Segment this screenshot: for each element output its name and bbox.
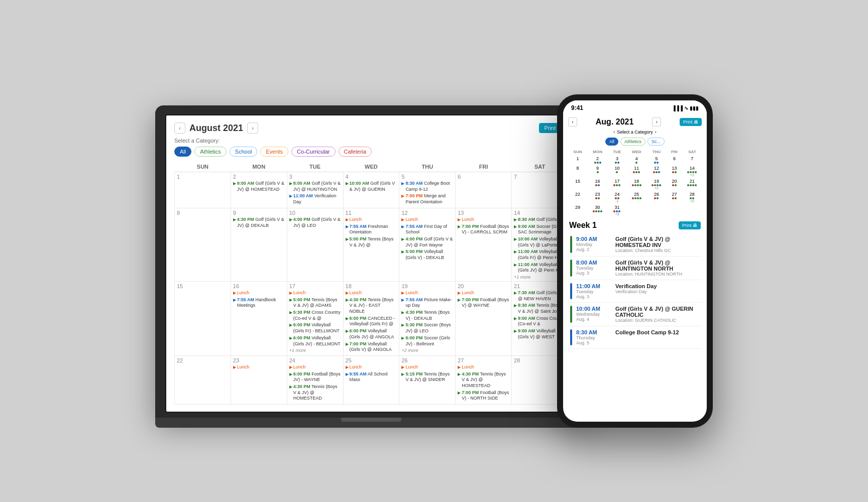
phone-time: 9:41 (571, 104, 583, 111)
mini-day-cell[interactable]: 12 (647, 165, 666, 178)
list-item: ▶6:00 PM Volleyball (Girls Fr) - BELLMON… (289, 322, 341, 334)
week-title: Week 1 (569, 221, 597, 230)
mini-day-cell[interactable]: 6 (666, 155, 683, 165)
list-item: ▶4:00 PM Golf (Girls V & JV) @ LEO (289, 217, 341, 228)
event-color-bar (570, 306, 572, 323)
list-item: ▶Lunch (401, 364, 453, 370)
mini-day-cell[interactable]: 4 (626, 155, 647, 165)
laptop-base (155, 418, 587, 428)
list-item: ▶Lunch (401, 290, 453, 296)
category-filters: All Athletics School Events Co-Curricula… (174, 147, 568, 157)
weekday-sun: SUN (175, 162, 231, 172)
filter-events[interactable]: Events (260, 147, 288, 157)
mini-weekday-wed: WED (626, 149, 647, 155)
phone-prev-month-button[interactable]: ‹ (568, 117, 577, 127)
mini-day-cell[interactable]: 31+3 (608, 204, 626, 217)
phone-filter-athletics[interactable]: Athletics (620, 138, 645, 146)
day-cell: 25 ▶Lunch ▶9:55 AM All School Mass (343, 355, 399, 404)
laptop-device: ‹ August 2021 › Print 🖶 Select a Categor… (155, 105, 587, 428)
weekday-mon: MON (231, 162, 287, 172)
mini-day-cell[interactable]: 29 (568, 204, 587, 217)
list-item: ▶6:00 PM Football (Boys JV) - WAYNE (289, 371, 341, 383)
laptop-screen: ‹ August 2021 › Print 🖶 Select a Categor… (165, 114, 577, 413)
day-cell: 2 ▶9:00 AM Golf (Girls V & JV) @ HOMESTE… (231, 172, 287, 208)
mini-day-cell[interactable]: 18 (626, 178, 647, 191)
phone-next-month-button[interactable]: › (652, 117, 661, 127)
day-cell: 1 (175, 172, 231, 208)
phone-mini-calendar: SUN MON TUE WED THU FRI SAT 1 (568, 149, 702, 217)
phone-filter-all[interactable]: All (605, 138, 618, 146)
day-cell: 5 ▶8:30 AM College Boot Camp 9-12 ▶7:00 … (399, 172, 456, 208)
list-item: ▶Lunch (233, 290, 285, 296)
more-events-link[interactable]: +1 more (289, 348, 341, 353)
mini-day-cell[interactable]: 20 (666, 178, 683, 191)
table-row: 22 23 ▶Lunch 24 ▶Lunch ▶6:00 PM Football… (175, 355, 568, 404)
week-print-button[interactable]: Print 🖶 (679, 221, 701, 229)
mini-day-cell[interactable]: 27 (666, 191, 683, 204)
phone-category-label: Select a Category (617, 130, 653, 135)
list-item: ▶7:00 PM Football (Boys V) - NORTH SIDE (458, 390, 509, 402)
mini-day-cell[interactable]: 23 (587, 191, 608, 204)
filter-all[interactable]: All (174, 147, 191, 157)
prev-month-button[interactable]: ‹ (174, 122, 185, 134)
more-events-link[interactable]: +2 more (401, 348, 453, 353)
filter-athletics[interactable]: Athletics (194, 147, 227, 157)
mini-day-cell[interactable]: 11 (626, 165, 647, 178)
mini-day-cell[interactable]: 7 (683, 155, 702, 165)
cal-header: ‹ August 2021 › Print 🖶 (174, 122, 568, 134)
phone-calendar: ‹ Aug. 2021 › Print 🖶 ‹ Select a Categor… (563, 113, 707, 353)
list-item: ▶6:00 PM Volleyball (Girls JV) @ ANGOLA (346, 328, 397, 340)
mini-day-cell[interactable]: 21 (683, 178, 702, 191)
mini-day-cell[interactable]: 28+2 (683, 191, 702, 204)
mini-day-cell[interactable]: 25 (626, 191, 647, 204)
list-item: ▶6:00 PM CANCELED - Volleyball (Girls Fr… (346, 316, 397, 327)
list-item: ▶9:55 AM All School Mass (346, 371, 397, 383)
mini-day-cell[interactable]: 19+2 (647, 178, 666, 191)
list-item: 8:30 AM Thursday Aug. 5 College Boot Cam… (568, 326, 702, 349)
mini-day-cell[interactable]: 15 (568, 178, 587, 191)
mini-day-cell[interactable]: 2 (587, 155, 608, 165)
event-detail: College Boot Camp 9-12 (615, 329, 700, 345)
phone-chevron-right: › (655, 130, 657, 135)
phone-chevron-left: ‹ (613, 130, 615, 135)
event-day: Thursday (576, 335, 611, 340)
next-month-button[interactable]: › (247, 122, 258, 134)
table-row: 1 2 3 4 5 6 7 (568, 155, 702, 165)
day-cell: 10 ▶4:00 PM Golf (Girls V & JV) @ LEO (287, 208, 343, 281)
calendar-app: ‹ August 2021 › Print 🖶 Select a Categor… (166, 115, 576, 412)
mini-day-cell[interactable]: 16 (587, 178, 608, 191)
mini-day-cell[interactable]: 9 (587, 165, 608, 178)
mini-day-cell[interactable]: 3 (608, 155, 626, 165)
filter-cocurricular[interactable]: Co-Curricular (291, 147, 335, 157)
weekday-fri: FRI (456, 162, 512, 172)
mini-day-cell[interactable]: 5 (647, 155, 666, 165)
mini-day-cell[interactable]: 14+1 (683, 165, 702, 178)
mini-weekday-sun: SUN (568, 149, 587, 155)
list-item: ▶5:30 PM Soccer (Boys JV) @ LEO (401, 322, 453, 334)
day-cell: 19 ▶Lunch ▶7:55 AM Picture Make-up Day ▶… (399, 282, 456, 356)
wifi-icon: ∿ (684, 105, 688, 111)
mini-day-cell[interactable]: 26 (647, 191, 666, 204)
mini-day-cell[interactable]: 22 (568, 191, 587, 204)
mini-day-cell[interactable]: 24-1 (608, 191, 626, 204)
mini-day-cell[interactable]: 1 (568, 155, 587, 165)
event-title: Golf (Girls V & JV) @ GUERIN CATHOLIC (615, 306, 700, 318)
list-item: ▶Lunch (289, 290, 341, 296)
mini-day-cell[interactable]: 17 (608, 178, 626, 191)
list-item: ▶Lunch (346, 217, 397, 223)
mini-day-cell[interactable]: 10 (608, 165, 626, 178)
filter-school[interactable]: School (230, 147, 258, 157)
list-item: ▶Lunch (289, 364, 341, 370)
list-item: ▶Lunch (458, 217, 509, 223)
event-time-col: 8:30 AM Thursday Aug. 5 (576, 329, 611, 345)
filter-cafeteria[interactable]: Cafeteria (339, 147, 372, 157)
list-item: ▶Lunch (401, 217, 453, 223)
table-row: 29 30 31+3 (568, 204, 702, 217)
mini-day-cell[interactable]: 13 (666, 165, 683, 178)
phone-filter-school[interactable]: Sc... (647, 138, 665, 146)
mini-day-cell[interactable]: 8 (568, 165, 587, 178)
mini-day-cell[interactable]: 30 (587, 204, 608, 217)
list-item: ▶4:30 PM Tennis (Boys V) - DEKALB (401, 310, 453, 321)
phone-print-button[interactable]: Print 🖶 (680, 118, 702, 126)
day-cell: 26 ▶Lunch ▶5:15 PM Tennis (Boys V & JV) … (399, 355, 456, 404)
